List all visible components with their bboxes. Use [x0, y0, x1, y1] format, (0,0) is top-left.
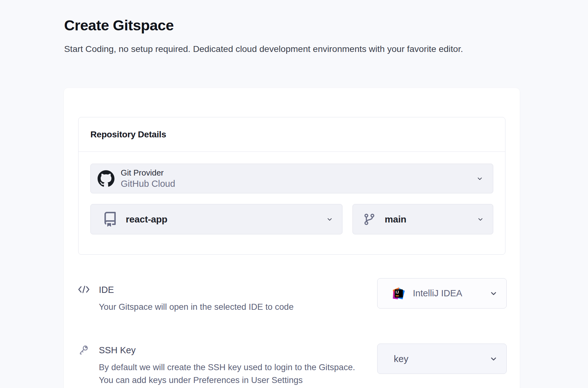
- chevron-down-icon: [489, 289, 498, 298]
- git-provider-label: Git Provider: [121, 168, 175, 178]
- repo-book-icon: [103, 212, 118, 227]
- git-branch-icon: [363, 213, 376, 226]
- ssh-key-select-value: key: [394, 354, 408, 364]
- gitspace-form-panel: Repository Details Git Provider GitHub C…: [64, 88, 520, 388]
- ssh-key-section-text: SSH Key By default we will create the SS…: [99, 345, 355, 386]
- ide-section-text: IDE Your Gitspace will open in the selec…: [99, 284, 294, 313]
- page-subtitle: Start Coding, no setup required. Dedicat…: [64, 43, 494, 55]
- ssh-key-description-line1: By default we will create the SSH key us…: [99, 361, 355, 374]
- chevron-down-icon: [326, 216, 333, 223]
- page-title: Create Gitspace: [64, 16, 174, 34]
- code-icon: [77, 284, 91, 294]
- branch-select[interactable]: main: [352, 204, 493, 234]
- ide-description: Your Gitspace will open in the selected …: [99, 300, 294, 313]
- branch-select-value: main: [385, 214, 406, 225]
- ide-label: IDE: [99, 284, 294, 295]
- key-icon: [78, 344, 89, 356]
- intellij-idea-logo-icon: IJ: [393, 288, 405, 299]
- chevron-down-icon: [489, 355, 498, 363]
- ide-select[interactable]: IJ IntelliJ IDEA: [377, 278, 507, 309]
- repository-details-header: Repository Details: [79, 117, 505, 152]
- chevron-down-icon: [477, 216, 484, 223]
- ssh-key-select[interactable]: key: [377, 344, 507, 374]
- repository-details-card: Repository Details Git Provider GitHub C…: [78, 117, 505, 255]
- ide-select-value: IntelliJ IDEA: [413, 288, 462, 299]
- ssh-key-description-line2: You can add keys under Preferences in Us…: [99, 374, 355, 386]
- create-gitspace-page: Create Gitspace Start Coding, no setup r…: [0, 0, 588, 388]
- repository-details-body: Git Provider GitHub Cloud: [79, 152, 505, 234]
- repository-select[interactable]: react-app: [90, 204, 342, 234]
- git-provider-select[interactable]: Git Provider GitHub Cloud: [90, 164, 493, 193]
- git-provider-value: GitHub Cloud: [121, 178, 175, 190]
- repository-details-title: Repository Details: [90, 130, 166, 140]
- chevron-down-icon: [476, 175, 484, 182]
- ssh-key-label: SSH Key: [99, 345, 355, 355]
- github-logo-icon: [98, 170, 114, 187]
- repo-branch-row: react-app: [90, 204, 493, 234]
- git-provider-text: Git Provider GitHub Cloud: [121, 168, 175, 190]
- repository-select-value: react-app: [126, 214, 167, 225]
- intellij-logo-letters: IJ: [396, 290, 399, 294]
